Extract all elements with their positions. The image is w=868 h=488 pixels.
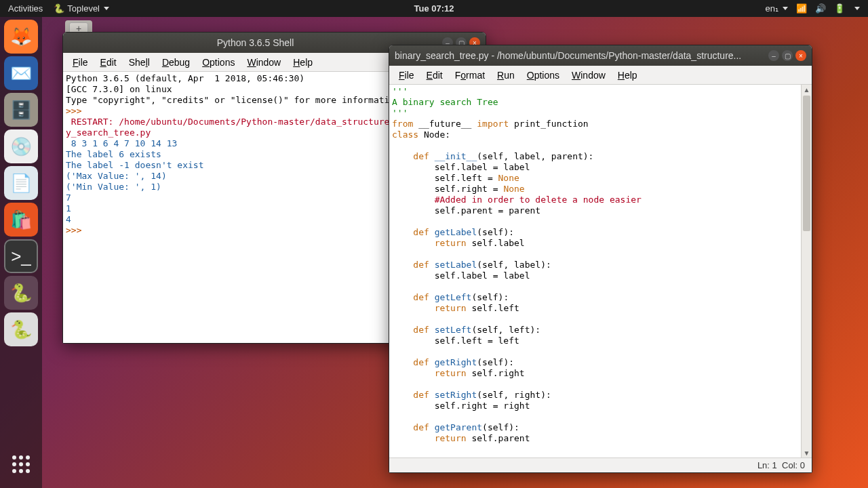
dock-app-firefox[interactable]: 🦊 xyxy=(4,20,38,54)
menu-debug[interactable]: Debug xyxy=(157,56,195,69)
menu-options[interactable]: Options xyxy=(521,68,565,82)
menu-run[interactable]: Run xyxy=(492,68,520,82)
idle-editor-window[interactable]: binary_search_tree.py - /home/ubuntu/Doc… xyxy=(389,45,812,473)
input-method[interactable]: en₁ xyxy=(766,3,788,14)
menu-edit[interactable]: Edit xyxy=(95,56,122,69)
dock: 🦊 ✉️ 🗄️ 💿 📄 🛍️ >_ 🐍 🐍 xyxy=(0,17,42,488)
app-menu[interactable]: 🐍 Toplevel xyxy=(54,3,109,14)
dock-app-rhythmbox[interactable]: 💿 xyxy=(4,129,38,163)
python-icon: 🐍 xyxy=(54,3,64,14)
scroll-up-button[interactable]: ▲ xyxy=(802,85,812,94)
menu-shell[interactable]: Shell xyxy=(123,56,155,69)
maximize-button[interactable]: ▢ xyxy=(782,50,793,61)
dock-app-software[interactable]: 🛍️ xyxy=(4,203,38,237)
network-icon[interactable]: 📶 xyxy=(796,3,807,14)
show-applications-button[interactable] xyxy=(4,447,38,481)
close-button[interactable]: × xyxy=(795,50,806,61)
dock-app-idle-editor[interactable]: 🐍 xyxy=(4,276,38,310)
app-menu-label: Toplevel xyxy=(67,3,100,14)
chevron-down-icon xyxy=(783,7,788,10)
menu-help[interactable]: Help xyxy=(288,56,318,69)
minimize-button[interactable]: – xyxy=(768,50,779,61)
editor-statusbar: Ln: 1 Col: 0 xyxy=(389,458,812,472)
dock-app-idle-shell[interactable]: 🐍 xyxy=(4,312,38,346)
menu-edit[interactable]: Edit xyxy=(421,68,448,82)
chevron-down-icon xyxy=(104,7,109,10)
editor-menubar: File Edit Format Run Options Window Help xyxy=(389,66,812,85)
chevron-down-icon xyxy=(854,7,860,10)
status-line: Ln: 1 xyxy=(757,460,777,470)
scroll-down-button[interactable]: ▼ xyxy=(802,448,812,458)
dock-app-files[interactable]: 🗄️ xyxy=(4,93,38,127)
battery-icon[interactable]: 🔋 xyxy=(834,3,845,14)
clock[interactable]: Tue 07:12 xyxy=(414,3,454,14)
scrollbar-thumb[interactable] xyxy=(803,96,810,231)
gnome-topbar: Activities 🐍 Toplevel Tue 07:12 en₁ 📶 🔊 … xyxy=(0,0,868,17)
vertical-scrollbar[interactable]: ▲ ▼ xyxy=(801,85,812,458)
system-menu[interactable] xyxy=(853,7,860,10)
menu-format[interactable]: Format xyxy=(450,68,490,82)
dock-app-writer[interactable]: 📄 xyxy=(4,166,38,200)
menu-options[interactable]: Options xyxy=(197,56,240,69)
code-editor[interactable]: ''' A binary search Tree ''' from __futu… xyxy=(389,85,801,458)
activities-button[interactable]: Activities xyxy=(8,3,43,14)
editor-titlebar[interactable]: binary_search_tree.py - /home/ubuntu/Doc… xyxy=(389,45,812,66)
shell-title: Python 3.6.5 Shell xyxy=(68,37,442,48)
menu-file[interactable]: File xyxy=(67,56,94,69)
dock-app-thunderbird[interactable]: ✉️ xyxy=(4,56,38,90)
volume-icon[interactable]: 🔊 xyxy=(815,3,826,14)
status-col: Col: 0 xyxy=(782,460,805,470)
dock-app-terminal[interactable]: >_ xyxy=(4,239,38,273)
editor-title: binary_search_tree.py - /home/ubuntu/Doc… xyxy=(395,50,768,61)
menu-window[interactable]: Window xyxy=(241,56,286,69)
menu-file[interactable]: File xyxy=(393,68,420,82)
menu-help[interactable]: Help xyxy=(612,68,643,82)
menu-window[interactable]: Window xyxy=(566,68,611,82)
